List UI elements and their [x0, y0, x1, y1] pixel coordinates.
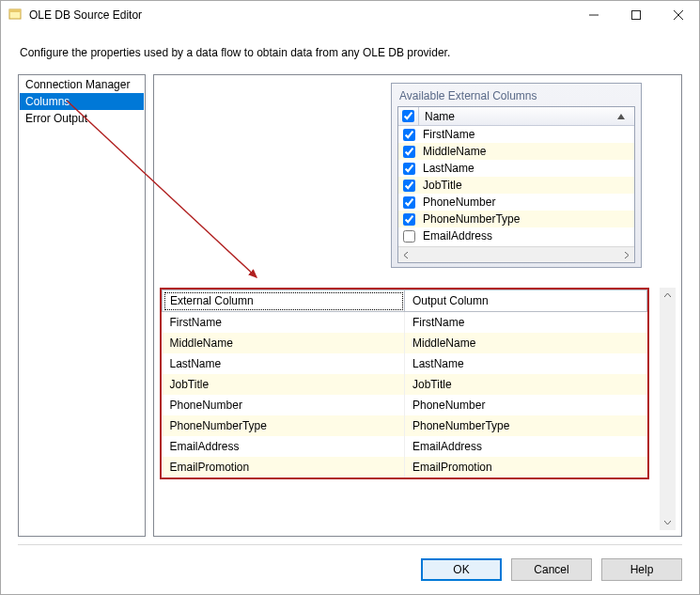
- help-button[interactable]: Help: [601, 558, 682, 581]
- output-column-cell[interactable]: EmailAddress: [405, 436, 647, 457]
- minimize-button[interactable]: [572, 1, 614, 29]
- svg-rect-3: [631, 11, 640, 20]
- app-icon: [8, 8, 23, 23]
- output-column-header[interactable]: Output Column: [405, 290, 647, 312]
- output-column-cell[interactable]: PhoneNumberType: [405, 415, 647, 436]
- available-column-row[interactable]: FirstName: [398, 126, 634, 143]
- available-column-label: MiddleName: [419, 145, 634, 158]
- available-column-checkbox[interactable]: [398, 230, 419, 243]
- nav-item-error-output[interactable]: Error Output: [20, 110, 144, 127]
- available-column-row[interactable]: PhoneNumber: [398, 194, 634, 211]
- window: OLE DB Source Editor Configure the prope…: [0, 0, 700, 595]
- available-column-label: FirstName: [419, 128, 634, 141]
- available-column-checkbox[interactable]: [398, 180, 419, 192]
- available-name-header[interactable]: Name: [419, 107, 634, 125]
- table-row[interactable]: LastNameLastName: [163, 353, 647, 374]
- output-column-cell[interactable]: PhoneNumber: [405, 395, 647, 415]
- available-column-row[interactable]: EmailAddress: [398, 227, 634, 244]
- output-column-cell[interactable]: EmailPromotion: [405, 457, 647, 478]
- external-column-header[interactable]: External Column: [163, 290, 405, 312]
- table-row[interactable]: EmailAddressEmailAddress: [163, 436, 647, 457]
- table-row[interactable]: PhoneNumberTypePhoneNumberType: [163, 415, 647, 436]
- table-row[interactable]: MiddleNameMiddleName: [163, 333, 647, 353]
- scroll-up-icon[interactable]: [660, 288, 676, 304]
- external-column-cell[interactable]: PhoneNumberType: [163, 415, 405, 436]
- external-column-cell[interactable]: LastName: [163, 353, 405, 374]
- description-text: Configure the properties used by a data …: [1, 29, 699, 74]
- external-column-cell[interactable]: JobTitle: [163, 374, 405, 395]
- available-columns-title: Available External Columns: [392, 84, 641, 106]
- titlebar: OLE DB Source Editor: [1, 1, 699, 29]
- available-column-label: JobTitle: [419, 179, 634, 192]
- available-column-checkbox[interactable]: [398, 196, 419, 209]
- svg-rect-1: [9, 9, 21, 12]
- available-column-row[interactable]: LastName: [398, 160, 634, 177]
- cancel-button[interactable]: Cancel: [511, 558, 592, 581]
- column-mapping-grid: External Column Output Column FirstNameF…: [160, 288, 649, 479]
- sort-asc-icon: [617, 114, 625, 119]
- external-column-cell[interactable]: EmailAddress: [163, 436, 405, 457]
- output-column-cell[interactable]: JobTitle: [405, 374, 647, 395]
- available-column-row[interactable]: MiddleName: [398, 143, 634, 160]
- available-column-row[interactable]: JobTitle: [398, 177, 634, 194]
- table-row[interactable]: PhoneNumberPhoneNumber: [163, 395, 647, 415]
- external-column-cell[interactable]: EmailPromotion: [163, 457, 405, 478]
- nav-pane: Connection ManagerColumnsError Output: [18, 74, 146, 537]
- scroll-left-icon[interactable]: [398, 247, 414, 263]
- vertical-scrollbar[interactable]: [660, 288, 676, 530]
- window-title: OLE DB Source Editor: [29, 8, 572, 22]
- available-column-label: EmailAddress: [419, 229, 634, 243]
- available-column-label: PhoneNumberType: [419, 212, 634, 226]
- external-column-cell[interactable]: PhoneNumber: [163, 395, 405, 415]
- available-columns-list[interactable]: FirstNameMiddleNameLastNameJobTitlePhone…: [398, 126, 634, 246]
- close-button[interactable]: [657, 1, 699, 29]
- nav-item-columns[interactable]: Columns: [20, 93, 144, 110]
- select-all-checkbox[interactable]: [398, 107, 419, 125]
- body-area: Connection ManagerColumnsError Output Av…: [1, 74, 699, 537]
- available-column-checkbox[interactable]: [398, 213, 419, 226]
- scroll-down-icon[interactable]: [660, 514, 676, 530]
- available-column-label: LastName: [419, 162, 634, 175]
- output-column-cell[interactable]: FirstName: [405, 312, 647, 334]
- ok-button[interactable]: OK: [421, 558, 502, 581]
- table-row[interactable]: EmailPromotionEmailPromotion: [163, 457, 647, 478]
- footer: OK Cancel Help: [1, 545, 699, 594]
- output-column-cell[interactable]: LastName: [405, 353, 647, 374]
- available-column-row[interactable]: PhoneNumberType: [398, 211, 634, 227]
- external-column-cell[interactable]: MiddleName: [163, 333, 405, 353]
- available-columns-body: Name FirstNameMiddleNameLastNameJobTitle…: [397, 106, 635, 263]
- available-column-checkbox[interactable]: [398, 163, 419, 175]
- maximize-button[interactable]: [614, 1, 657, 29]
- available-column-label: PhoneNumber: [419, 196, 634, 209]
- available-name-header-label: Name: [425, 110, 455, 123]
- scroll-right-icon[interactable]: [618, 247, 634, 263]
- available-column-checkbox[interactable]: [398, 146, 419, 158]
- horizontal-scrollbar[interactable]: [398, 246, 634, 262]
- table-row[interactable]: JobTitleJobTitle: [163, 374, 647, 395]
- available-columns-header: Name: [398, 107, 634, 126]
- output-column-cell[interactable]: MiddleName: [405, 333, 647, 353]
- available-columns-panel: Available External Columns Name FirstNam…: [391, 83, 642, 268]
- table-row[interactable]: FirstNameFirstName: [163, 312, 647, 334]
- external-column-cell[interactable]: FirstName: [163, 312, 405, 334]
- available-column-checkbox[interactable]: [398, 129, 419, 141]
- nav-item-connection-manager[interactable]: Connection Manager: [20, 76, 144, 93]
- main-pane: Available External Columns Name FirstNam…: [153, 74, 682, 537]
